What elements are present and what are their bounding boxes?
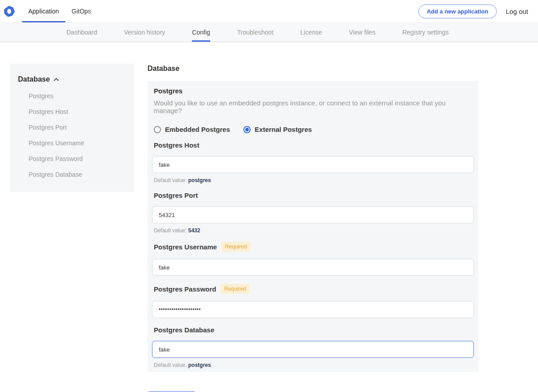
postgres-host-label: Postgres Host xyxy=(154,141,200,149)
postgres-username-label: Postgres Username xyxy=(154,243,217,251)
config-page: Database Postgres Postgres Host Postgres… xyxy=(0,42,538,392)
subnav-item-registry-settings[interactable]: Registry settings xyxy=(402,23,448,42)
postgres-password-input[interactable] xyxy=(152,301,474,318)
group-help-text: Would you like to use an embedded postgr… xyxy=(152,99,474,114)
config-group-panel: Postgres Would you like to use an embedd… xyxy=(148,81,478,372)
sidebar-group-label: Database xyxy=(18,75,50,83)
sidebar-item-postgres-password[interactable]: Postgres Password xyxy=(18,151,127,166)
sidebar-item-postgres-username[interactable]: Postgres Username xyxy=(18,135,127,151)
postgres-database-input[interactable] xyxy=(152,341,474,358)
default-value: postgres xyxy=(188,177,211,183)
radio-external-label: External Postgres xyxy=(255,126,312,133)
add-application-button[interactable]: Add a new application xyxy=(418,4,497,18)
sidebar-item-postgres[interactable]: Postgres xyxy=(18,88,127,104)
subnav-item-dashboard[interactable]: Dashboard xyxy=(66,23,97,42)
subnav-item-version-history[interactable]: Version history xyxy=(124,23,165,42)
default-label: Default value: xyxy=(154,362,187,368)
subnav-item-config[interactable]: Config xyxy=(192,23,210,42)
tab-application-label: Application xyxy=(28,8,59,15)
postgres-port-label: Postgres Port xyxy=(154,192,198,199)
subnav-item-license[interactable]: License xyxy=(300,23,322,42)
app-logo xyxy=(4,0,15,22)
radio-embedded-label: Embedded Postgres xyxy=(165,126,230,133)
config-main: Database Postgres Would you like to use … xyxy=(148,64,478,392)
tab-application[interactable]: Application xyxy=(22,0,65,22)
app-logo-icon xyxy=(4,6,15,17)
tab-gitops[interactable]: GitOps xyxy=(65,0,98,22)
postgres-port-default: Default value: 5432 xyxy=(152,227,474,234)
top-tabs: Application GitOps xyxy=(22,0,97,22)
radio-unchecked-icon xyxy=(154,126,161,133)
sidebar-items: Postgres Postgres Host Postgres Port Pos… xyxy=(18,88,127,182)
logout-button[interactable]: Log out xyxy=(506,8,528,15)
postgres-username-input[interactable] xyxy=(152,259,474,276)
subnav-item-troubleshoot[interactable]: Troubleshoot xyxy=(237,23,273,42)
sidebar-item-postgres-database[interactable]: Postgres Database xyxy=(18,166,127,182)
sidebar-item-postgres-port[interactable]: Postgres Port xyxy=(18,119,127,135)
required-badge: Required xyxy=(221,284,250,294)
top-header: Application GitOps Add a new application… xyxy=(0,0,538,22)
sidebar-item-postgres-host[interactable]: Postgres Host xyxy=(18,104,127,119)
tab-gitops-label: GitOps xyxy=(72,8,91,15)
page-title: Database xyxy=(148,65,478,73)
app-subnav: Dashboard Version history Config Trouble… xyxy=(0,22,538,42)
radio-external-postgres[interactable]: External Postgres xyxy=(243,126,312,133)
radio-checked-icon xyxy=(243,126,251,133)
default-label: Default value: xyxy=(154,177,187,183)
postgres-database-default: Default value: postgres xyxy=(152,362,474,368)
subnav-item-view-files[interactable]: View files xyxy=(349,23,375,42)
default-value: postgres xyxy=(188,362,211,368)
postgres-port-input[interactable] xyxy=(152,206,474,223)
config-sidebar: Database Postgres Postgres Host Postgres… xyxy=(10,64,134,192)
required-badge: Required xyxy=(221,242,251,252)
postgres-radio-group: Embedded Postgres External Postgres xyxy=(152,126,474,133)
postgres-password-label: Postgres Password xyxy=(154,285,216,293)
chevron-up-icon xyxy=(53,78,59,82)
postgres-database-label: Postgres Database xyxy=(154,326,214,334)
sidebar-group-database[interactable]: Database xyxy=(18,75,127,83)
group-heading: Postgres xyxy=(152,87,474,95)
default-label: Default value: xyxy=(154,227,187,234)
default-value: 5432 xyxy=(188,227,200,234)
postgres-host-input[interactable] xyxy=(152,156,474,173)
radio-embedded-postgres[interactable]: Embedded Postgres xyxy=(154,126,230,133)
postgres-host-default: Default value: postgres xyxy=(152,177,474,183)
